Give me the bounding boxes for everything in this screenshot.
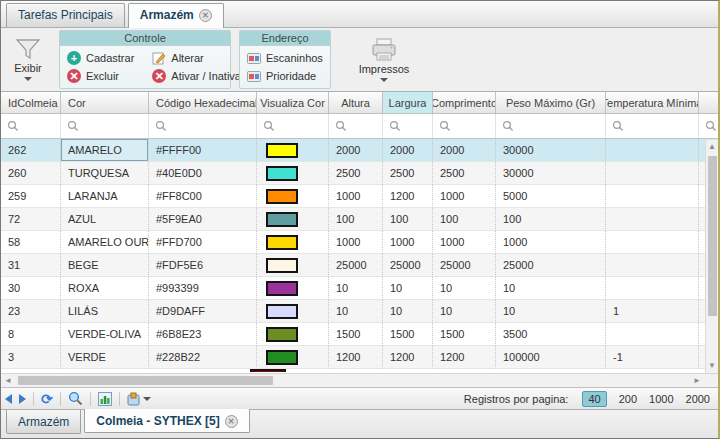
cell-peso[interactable]: 3500 xyxy=(496,323,606,346)
cell-id[interactable]: 58 xyxy=(1,231,61,254)
cell-cor[interactable]: AMARELO OURO xyxy=(61,231,149,254)
cell-cor[interactable]: LILÁS xyxy=(61,300,149,323)
cell-comprimento[interactable]: 10 xyxy=(433,300,496,323)
table-row[interactable]: 23LILÁS#D9DAFF101010101 xyxy=(1,300,718,323)
cell-altura[interactable]: 10 xyxy=(329,300,383,323)
cell-largura[interactable]: 10 xyxy=(383,277,433,300)
cell-comprimento[interactable]: 1500 xyxy=(433,323,496,346)
column-header-swatch[interactable]: Visualiza Cor xyxy=(257,92,329,114)
cell-temp[interactable] xyxy=(606,231,699,254)
tab-colmeia-sythex[interactable]: Colmeia - SYTHEX [5] ✕ xyxy=(84,409,249,433)
cell-comprimento[interactable]: 25000 xyxy=(433,254,496,277)
cell-hex[interactable]: #FFFF00 xyxy=(149,139,257,162)
cell-id[interactable]: 262 xyxy=(1,139,61,162)
filter-input-largura[interactable] xyxy=(383,114,433,139)
cell-comprimento[interactable]: 1000 xyxy=(433,185,496,208)
filter-input-swatch[interactable] xyxy=(257,114,329,139)
cell-peso[interactable]: 25000 xyxy=(496,254,606,277)
cell-peso[interactable]: 5000 xyxy=(496,185,606,208)
cell-hex[interactable]: #FF8C00 xyxy=(149,185,257,208)
page-size-option-2000[interactable]: 2000 xyxy=(686,393,710,405)
cell-altura[interactable]: 1000 xyxy=(329,185,383,208)
refresh-icon[interactable]: ⟳ xyxy=(41,392,53,406)
impressos-button[interactable]: Impressos xyxy=(355,30,413,89)
cell-peso[interactable]: 10 xyxy=(496,277,606,300)
next-page-icon[interactable] xyxy=(19,394,26,404)
cell-hex[interactable]: #40E0D0 xyxy=(149,162,257,185)
cell-cor[interactable]: AMARELO xyxy=(61,139,149,162)
cell-peso[interactable]: 100 xyxy=(496,208,606,231)
page-size-option-1000[interactable]: 1000 xyxy=(649,393,673,405)
cell-hex[interactable]: #5F9EA0 xyxy=(149,208,257,231)
cell-temp[interactable] xyxy=(606,139,699,162)
cell-peso[interactable]: 30000 xyxy=(496,139,606,162)
cell-hex[interactable]: #D9DAFF xyxy=(149,300,257,323)
filter-input-comprimento[interactable] xyxy=(433,114,496,139)
cell-peso[interactable]: 30000 xyxy=(496,162,606,185)
color-swatch-cell[interactable] xyxy=(257,208,329,231)
table-row[interactable]: 260TURQUESA#40E0D025002500250030000 xyxy=(1,162,718,185)
tab-armazem-bottom[interactable]: Armazém xyxy=(6,410,81,434)
table-row[interactable]: 3VERDE#228B22120012001200100000-1 xyxy=(1,346,718,369)
cell-largura[interactable]: 1500 xyxy=(383,323,433,346)
cell-temp[interactable] xyxy=(606,185,699,208)
filter-input-id[interactable] xyxy=(1,114,61,139)
filter-input-stub[interactable] xyxy=(699,114,718,139)
column-header-altura[interactable]: Altura xyxy=(329,92,383,114)
scroll-up-icon[interactable]: ▲ xyxy=(706,140,718,154)
table-row[interactable]: 58AMARELO OURO#FFD7001000100010001000 xyxy=(1,231,718,254)
cadastrar-button[interactable]: + Cadastrar xyxy=(67,51,134,65)
ativar-inativar-button[interactable]: ✕ Ativar / Inativar xyxy=(152,69,244,83)
cell-temp[interactable]: 1 xyxy=(606,300,699,323)
cell-altura[interactable]: 1000 xyxy=(329,231,383,254)
color-swatch-cell[interactable] xyxy=(257,277,329,300)
cell-temp[interactable]: -1 xyxy=(606,346,699,369)
scroll-down-icon[interactable]: ▼ xyxy=(706,359,718,373)
cell-id[interactable]: 260 xyxy=(1,162,61,185)
cell-hex[interactable]: #228B22 xyxy=(149,346,257,369)
cell-hex[interactable]: #FDF5E6 xyxy=(149,254,257,277)
tab-armazem[interactable]: Armazém ✕ xyxy=(128,3,224,28)
cell-altura[interactable]: 100 xyxy=(329,208,383,231)
cell-cor[interactable]: AZUL xyxy=(61,208,149,231)
cell-temp[interactable] xyxy=(606,323,699,346)
cell-comprimento[interactable]: 1200 xyxy=(433,346,496,369)
cell-temp[interactable] xyxy=(606,162,699,185)
cell-altura[interactable]: 1500 xyxy=(329,323,383,346)
color-swatch-cell[interactable] xyxy=(257,185,329,208)
table-row[interactable]: 259LARANJA#FF8C001000120010005000 xyxy=(1,185,718,208)
cell-temp[interactable] xyxy=(606,254,699,277)
cell-cor[interactable]: BEGE xyxy=(61,254,149,277)
cell-largura[interactable]: 1000 xyxy=(383,231,433,254)
cell-peso[interactable]: 10 xyxy=(496,300,606,323)
cell-hex[interactable]: #6B8E23 xyxy=(149,323,257,346)
color-swatch-cell[interactable] xyxy=(257,323,329,346)
cell-comprimento[interactable]: 10 xyxy=(433,277,496,300)
chart-icon[interactable] xyxy=(98,392,112,406)
color-swatch-cell[interactable] xyxy=(257,162,329,185)
cell-largura[interactable]: 1200 xyxy=(383,185,433,208)
column-header-temp[interactable]: Temperatura Mínima xyxy=(606,92,699,114)
cell-cor[interactable]: VERDE xyxy=(61,346,149,369)
column-header-peso[interactable]: Peso Máximo (Gr) xyxy=(496,92,606,114)
cell-cor[interactable]: VERDE-OLIVA xyxy=(61,323,149,346)
page-size-option-200[interactable]: 200 xyxy=(619,393,637,405)
cell-largura[interactable]: 100 xyxy=(383,208,433,231)
cell-id[interactable]: 23 xyxy=(1,300,61,323)
cell-hex[interactable]: #FFD700 xyxy=(149,231,257,254)
table-row[interactable]: 30ROXA#99339910101010 xyxy=(1,277,718,300)
cell-cor[interactable]: LARANJA xyxy=(61,185,149,208)
cell-id[interactable]: 31 xyxy=(1,254,61,277)
column-header-cor[interactable]: Cor xyxy=(61,92,149,114)
color-swatch-cell[interactable] xyxy=(257,231,329,254)
table-row[interactable]: 262AMARELO#FFFF0020002000200030000 xyxy=(1,139,718,162)
cell-comprimento[interactable]: 2000 xyxy=(433,139,496,162)
cell-id[interactable]: 30 xyxy=(1,277,61,300)
close-tab-icon[interactable]: ✕ xyxy=(225,415,238,428)
column-header-hex[interactable]: Código Hexadecimal xyxy=(149,92,257,114)
cell-largura[interactable]: 2500 xyxy=(383,162,433,185)
close-tab-icon[interactable]: ✕ xyxy=(199,9,212,22)
cell-temp[interactable] xyxy=(606,208,699,231)
color-swatch-cell[interactable] xyxy=(257,300,329,323)
cell-comprimento[interactable]: 100 xyxy=(433,208,496,231)
